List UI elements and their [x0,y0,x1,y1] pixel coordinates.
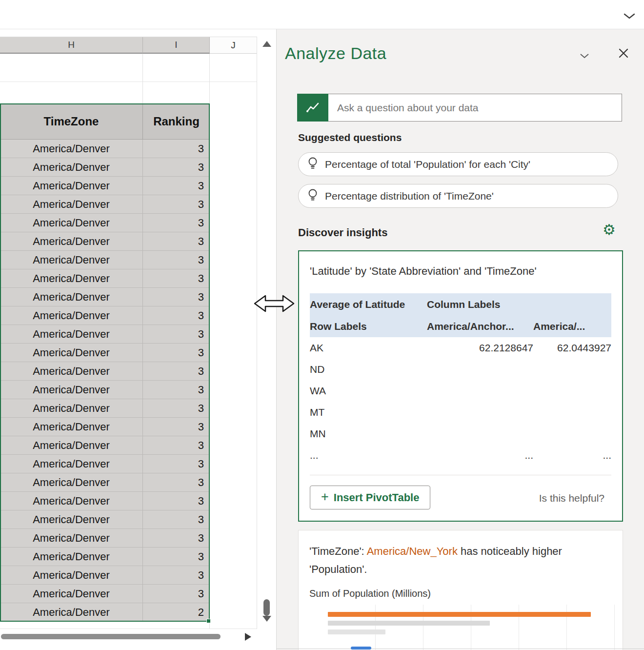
column-header-i[interactable]: I [143,37,210,54]
horizontal-scrollbar-thumb[interactable] [1,634,221,639]
pane-resize-handle-icon[interactable] [254,293,295,316]
timezone-cell[interactable]: America/Denver [0,473,143,492]
table-row[interactable]: America/Denver3 [0,418,210,436]
table-row[interactable]: America/Denver3 [0,566,210,585]
ranking-cell[interactable]: 3 [143,325,210,344]
table-row[interactable]: America/Denver3 [0,269,210,288]
pane-horizontal-scrollbar-thumb[interactable] [351,647,371,650]
table-row[interactable]: America/Denver3 [0,251,210,269]
ranking-cell[interactable]: 3 [143,381,210,399]
timezone-cell[interactable]: America/Denver [0,269,143,288]
table-row[interactable]: America/Denver3 [0,492,210,510]
timezone-header-cell[interactable]: TimeZone [0,103,143,140]
ranking-cell[interactable]: 3 [143,529,210,548]
timezone-cell[interactable]: America/Denver [0,177,143,195]
timezone-cell[interactable]: America/Denver [0,603,143,622]
collapse-ribbon-icon[interactable] [624,13,635,21]
ranking-cell[interactable]: 3 [143,195,210,214]
table-row[interactable]: America/Denver3 [0,195,210,214]
empty-row[interactable] [0,82,257,103]
timezone-cell[interactable]: America/Denver [0,399,143,418]
timezone-cell[interactable]: America/Denver [0,529,143,548]
timezone-cell[interactable]: America/Denver [0,455,143,473]
ranking-cell[interactable]: 3 [143,362,210,381]
timezone-cell[interactable]: America/Denver [0,381,143,399]
table-row[interactable]: America/Denver3 [0,140,210,158]
timezone-cell[interactable]: America/Denver [0,251,143,269]
insert-pivottable-button[interactable]: + Insert PivotTable [310,486,430,509]
table-row[interactable]: America/Denver3 [0,510,210,529]
ranking-cell[interactable]: 3 [143,214,210,232]
table-row[interactable]: America/Denver2 [0,603,210,622]
timezone-cell[interactable]: America/Denver [0,492,143,510]
timezone-cell[interactable]: America/Denver [0,566,143,585]
timezone-cell[interactable]: America/Denver [0,362,143,381]
table-row[interactable]: America/Denver3 [0,288,210,306]
timezone-cell[interactable]: America/Denver [0,158,143,177]
scroll-up-arrow-icon[interactable] [262,41,271,47]
ranking-cell[interactable]: 3 [143,232,210,251]
scroll-down-arrow-icon[interactable] [262,616,271,622]
table-row[interactable]: America/Denver3 [0,399,210,418]
settings-gear-icon[interactable]: ⚙ [603,223,616,237]
timezone-cell[interactable]: America/Denver [0,585,143,603]
ranking-cell[interactable]: 3 [143,492,210,510]
ranking-cell[interactable]: 3 [143,566,210,585]
timezone-cell[interactable]: America/Denver [0,418,143,436]
table-row[interactable]: America/Denver3 [0,455,210,473]
table-row[interactable]: America/Denver3 [0,232,210,251]
ranking-cell[interactable]: 3 [143,251,210,269]
ranking-cell[interactable]: 3 [143,510,210,529]
table-row[interactable]: America/Denver3 [0,158,210,177]
timezone-cell[interactable]: America/Denver [0,195,143,214]
table-row[interactable]: America/Denver3 [0,436,210,455]
ranking-cell[interactable]: 3 [143,140,210,158]
table-row[interactable]: America/Denver3 [0,548,210,566]
table-row[interactable]: America/Denver3 [0,585,210,603]
empty-row[interactable] [0,54,257,82]
column-header-j[interactable]: J [210,37,257,54]
table-row[interactable]: America/Denver3 [0,381,210,399]
ranking-cell[interactable]: 3 [143,473,210,492]
ranking-cell[interactable]: 3 [143,548,210,566]
ranking-header-cell[interactable]: Ranking [143,103,210,140]
timezone-cell[interactable]: America/Denver [0,436,143,455]
pane-close-icon[interactable] [618,48,629,61]
timezone-cell[interactable]: America/Denver [0,344,143,362]
suggested-question-1[interactable]: Percentage of total 'Population' for eac… [298,152,618,176]
ranking-cell[interactable]: 2 [143,603,210,622]
vertical-scrollbar-thumb[interactable] [263,599,270,616]
suggested-question-2[interactable]: Percentage distribution of 'TimeZone' [298,184,618,208]
column-header-h[interactable]: H [0,37,143,54]
ranking-cell[interactable]: 3 [143,455,210,473]
table-row[interactable]: America/Denver3 [0,214,210,232]
table-row[interactable]: America/Denver3 [0,177,210,195]
ranking-cell[interactable]: 3 [143,177,210,195]
ranking-cell[interactable]: 3 [143,306,210,325]
timezone-cell[interactable]: America/Denver [0,140,143,158]
table-row[interactable]: America/Denver3 [0,306,210,325]
ranking-cell[interactable]: 3 [143,585,210,603]
timezone-cell[interactable]: America/Denver [0,510,143,529]
selection-fill-handle[interactable] [206,619,211,623]
timezone-cell[interactable]: America/Denver [0,214,143,232]
table-row[interactable]: America/Denver3 [0,473,210,492]
ranking-cell[interactable]: 3 [143,269,210,288]
ranking-cell[interactable]: 3 [143,436,210,455]
table-row[interactable]: America/Denver3 [0,344,210,362]
ranking-cell[interactable]: 3 [143,344,210,362]
table-row[interactable]: America/Denver3 [0,325,210,344]
scroll-right-arrow-icon[interactable] [245,633,251,641]
ask-question-input[interactable] [328,94,622,122]
timezone-cell[interactable]: America/Denver [0,288,143,306]
ranking-cell[interactable]: 3 [143,418,210,436]
is-this-helpful-link[interactable]: Is this helpful? [539,492,604,504]
table-row[interactable]: America/Denver3 [0,362,210,381]
ranking-cell[interactable]: 3 [143,158,210,177]
table-row[interactable]: America/Denver3 [0,529,210,548]
timezone-cell[interactable]: America/Denver [0,548,143,566]
timezone-cell[interactable]: America/Denver [0,325,143,344]
timezone-cell[interactable]: America/Denver [0,232,143,251]
ranking-cell[interactable]: 3 [143,399,210,418]
ranking-cell[interactable]: 3 [143,288,210,306]
